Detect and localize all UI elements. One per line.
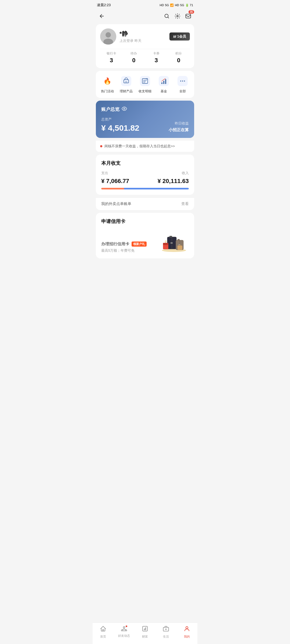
status-time: 凌晨2:23 [97, 3, 111, 8]
status-icons: HD 5G 📶 HD 5G 🔋 71 [160, 3, 193, 7]
progress-bar [101, 188, 189, 189]
nav-icons-right: 35 [162, 11, 193, 21]
svg-rect-14 [165, 79, 166, 84]
stat-bank-card-value: 3 [100, 57, 123, 64]
stat-points-value: 0 [168, 57, 190, 64]
overview-title: 账户总览 [101, 106, 119, 112]
settings-button[interactable] [173, 11, 182, 21]
income-values-row: ¥ 7,066.77 ¥ 20,111.63 [101, 178, 189, 185]
stat-pending[interactable]: 待办 0 [123, 51, 145, 64]
expense-value: ¥ 7,066.77 [101, 178, 129, 185]
hot-activities-label: 热门活动 [101, 89, 114, 94]
credit-section: 申请信用卡 办理招行信用卡 领新户礼 最高5万额；年费可免 [96, 213, 194, 258]
notice-dot [100, 145, 102, 147]
new-user-tag: 领新户礼 [132, 241, 147, 247]
yesterday-label: 昨日收益 [169, 121, 189, 126]
takeout-link[interactable]: 查看 [181, 202, 189, 206]
notice-bar[interactable]: 闲钱不浪费一天收益，假期存入当日也起息>> [96, 141, 194, 152]
profile-top: *静 上次登录 昨天 M 1会员 [100, 28, 190, 45]
action-hot-activities[interactable]: 🔥 热门活动 [99, 75, 116, 94]
income-expense-label: 收支明细 [139, 89, 151, 94]
financial-products-icon [120, 75, 132, 87]
svg-rect-2 [186, 14, 191, 18]
income-value: ¥ 20,111.63 [158, 178, 189, 185]
stat-coupons-label: 卡券 [145, 51, 168, 56]
income-expense-icon [139, 75, 151, 87]
stat-points[interactable]: 积分 0 [168, 51, 190, 64]
all-icon [177, 75, 189, 87]
all-label: 全部 [179, 89, 186, 94]
monthly-title: 本月收支 [101, 160, 189, 166]
svg-rect-10 [146, 78, 148, 80]
actions-row: 🔥 热门活动 理财产品 [98, 75, 192, 94]
svg-rect-13 [163, 81, 164, 84]
account-overview: 账户总览 总资产 ¥ 4,501.82 昨日收益 小招正在算 [96, 101, 194, 138]
stat-bank-card-label: 银行卡 [100, 51, 123, 56]
svg-rect-31 [177, 246, 182, 250]
member-label: 1会员 [177, 34, 186, 39]
action-income-expense[interactable]: 收支明细 [136, 75, 154, 94]
svg-point-1 [177, 15, 178, 17]
luggage-illustration [159, 229, 189, 253]
credit-card-content: 办理招行信用卡 领新户礼 最高5万额；年费可免 [101, 229, 189, 253]
action-all[interactable]: 全部 [174, 75, 191, 94]
eye-icon[interactable] [122, 106, 127, 113]
monthly-section: 本月收支 支出 收入 ¥ 7,066.77 ¥ 20,111.63 [96, 155, 194, 195]
total-assets: 总资产 ¥ 4,501.82 [101, 117, 139, 133]
search-button[interactable] [162, 11, 172, 21]
profile-last-login: 上次登录 昨天 [119, 38, 142, 43]
stat-pending-value: 0 [123, 57, 145, 64]
stat-coupons[interactable]: 卡券 3 [145, 51, 168, 64]
fund-label: 基金 [161, 89, 167, 94]
message-badge: 35 [189, 10, 194, 14]
quick-actions: 🔥 热门活动 理财产品 [96, 71, 194, 98]
stats-row: 银行卡 3 待办 0 卡券 3 积分 0 [100, 49, 190, 64]
svg-point-0 [165, 14, 168, 18]
action-fund[interactable]: 基金 [155, 75, 172, 94]
yesterday-calc: 小招正在算 [169, 127, 189, 133]
svg-point-17 [182, 80, 183, 82]
profile-info: *静 上次登录 昨天 [119, 30, 142, 43]
svg-point-4 [106, 32, 111, 38]
financial-products-label: 理财产品 [120, 89, 133, 94]
svg-point-16 [180, 80, 181, 82]
profile-section: *静 上次登录 昨天 M 1会员 银行卡 3 待办 0 卡券 3 [96, 24, 194, 68]
credit-main-text: 办理招行信用卡 领新户礼 [101, 241, 147, 247]
income-labels-row: 支出 收入 [101, 171, 189, 175]
stat-points-label: 积分 [168, 51, 190, 56]
expense-label: 支出 [101, 171, 108, 175]
svg-rect-24 [171, 242, 173, 244]
status-bar: 凌晨2:23 HD 5G 📶 HD 5G 🔋 71 [93, 0, 197, 9]
stat-pending-label: 待办 [123, 51, 145, 56]
expense-progress [101, 188, 124, 189]
member-badge[interactable]: M 1会员 [169, 32, 190, 41]
message-button[interactable]: 35 [183, 11, 193, 21]
svg-rect-8 [140, 76, 150, 86]
svg-rect-6 [121, 76, 131, 86]
income-progress [124, 188, 189, 189]
profile-left: *静 上次登录 昨天 [100, 28, 142, 45]
overview-body: 总资产 ¥ 4,501.82 昨日收益 小招正在算 [101, 117, 189, 133]
profile-name: *静 [119, 30, 142, 38]
takeout-row[interactable]: 我的外卖点单账单 查看 [96, 197, 194, 210]
credit-bank-text: 办理招行信用卡 [101, 241, 129, 247]
hot-activities-icon: 🔥 [102, 75, 113, 87]
action-financial-products[interactable]: 理财产品 [118, 75, 135, 94]
yesterday-section: 昨日收益 小招正在算 [169, 121, 189, 133]
credit-sub-text: 最高5万额；年费可免 [101, 248, 147, 253]
member-icon: M [173, 35, 176, 39]
stat-bank-card[interactable]: 银行卡 3 [100, 51, 123, 64]
total-assets-value: ¥ 4,501.82 [101, 123, 139, 133]
svg-rect-12 [161, 82, 162, 84]
fund-icon [158, 75, 170, 87]
svg-point-18 [184, 80, 185, 82]
top-nav: 35 [93, 9, 197, 24]
svg-rect-26 [177, 239, 180, 240]
svg-point-19 [124, 108, 125, 109]
avatar [100, 28, 116, 45]
svg-rect-30 [163, 243, 168, 245]
overview-header: 账户总览 [101, 106, 189, 113]
credit-title: 申请信用卡 [101, 218, 189, 225]
total-assets-label: 总资产 [101, 117, 139, 122]
back-button[interactable] [97, 11, 107, 21]
